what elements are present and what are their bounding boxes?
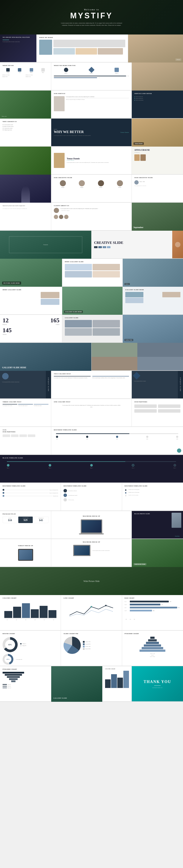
col-chart-l6: Q6 xyxy=(53,619,54,620)
cell-black-timeline: BLACK TIMELINE SLIDE Phase 1 Phase 2 xyxy=(0,455,183,483)
tomas-card-name: Tomas Dannis xyxy=(67,157,109,160)
black-timeline-title: BLACK TIMELINE SLIDE xyxy=(3,457,180,459)
row-4: WHY CHOSEN US 01. Lorem ipsum reason 02.… xyxy=(0,119,183,147)
cell-silhouette xyxy=(0,175,51,203)
two-col-title: TWO COLUMN TEXT xyxy=(54,373,129,375)
thank-you-text: THANK YOU xyxy=(144,680,171,684)
cell-numbers: 12 Projects 165 Clients 145 Awards xyxy=(0,315,62,342)
tl4-item-2: Timeline item two lorem ipsum xyxy=(129,492,180,493)
pyramid-l2: Level 2 xyxy=(125,655,180,656)
why-text-4: 04. Adipiscing reason xyxy=(3,129,48,130)
offer-1: Service item one xyxy=(136,96,143,97)
cell-september: September xyxy=(132,203,183,231)
bar-val-2: 55% xyxy=(161,604,163,605)
black-tl-3: Phase 3 xyxy=(90,467,93,468)
row-21: COLUMN CHART Q1 Q2 Q3 Q4 Q5 Q6 LINE CHAR… xyxy=(0,595,183,631)
black-tl-4: Phase 4 xyxy=(132,467,134,468)
stat-51: 51 xyxy=(94,246,98,248)
row-9: PICTURE SLIDE HERE HERE GALLERY SLIDE Ga… xyxy=(0,259,183,287)
pyramid-l3: Level 3 - Base xyxy=(125,656,180,657)
cell-slide-chart-pie: SLIDE CHART PIE Section A 35% Section B … xyxy=(61,631,122,666)
col-chart-title: COLUMN CHART xyxy=(3,597,58,599)
rounded-tl-title-3: ROUNDED TIMELINE SLIDE xyxy=(64,485,119,487)
icon-item-2: Code xyxy=(14,68,25,73)
gallery-beach-label: Gallery Slide xyxy=(125,339,133,341)
stat-1: ■ Option one lorem xyxy=(3,74,25,75)
cell-anna-crause: ANNA CRAUSE Art Director xyxy=(132,147,183,174)
cell-gallery-full-left: GALLERY SLIDE HERE xyxy=(0,343,92,371)
one-col-title: ONE COLUMN TEXT xyxy=(54,401,129,403)
why-text-1: 01. Lorem ipsum reason xyxy=(3,124,48,125)
three-col-1: Lorem ipsum dolor sit amet xyxy=(3,405,17,406)
cell-unique-slide-2: UNIQUE SLIDE Lorem ipsum dolor sit amet xyxy=(132,371,183,398)
col-chart-l3: Q3 xyxy=(25,619,26,620)
pyramid-title-1: PYRAMID CHART xyxy=(125,633,180,634)
why-better-name: Tomas Dannis xyxy=(118,131,129,133)
partners-title-1: OUR PARTNERS xyxy=(134,401,180,403)
gallery-slide-here-label: GALLERY SLIDE HERE xyxy=(65,311,82,313)
pyramid-l1: Level 1 - Top xyxy=(125,653,180,654)
tl2-item-2: Step two description here xyxy=(49,492,58,494)
row-7: Impressive picture and creative slogan h… xyxy=(0,203,183,231)
stacked-l1: 80% xyxy=(125,619,128,620)
round-legend-2: Category B xyxy=(22,645,26,646)
cell-what-we-do: WHAT WE DO Design Code Market Photo xyxy=(0,63,51,90)
col-1-text: Lorem ipsum dolor sit amet consectetur a… xyxy=(54,377,90,379)
row-3: Nature shot OUR SERVICE Lorem ipsum dolo… xyxy=(0,91,183,119)
gallery-teal-label: GALLERY SLIDE xyxy=(53,697,67,699)
pkg-price-2: $29 xyxy=(19,519,32,522)
cell-tomas-card: Tomas Dannis Creative Director Lorem ips… xyxy=(51,147,132,174)
pyramid-title-2: PYRAMID CHART xyxy=(3,669,48,670)
cell-forest-big: Featured xyxy=(0,231,92,259)
row-17: ROUNDED TIMELINE SLIDE Step one descript… xyxy=(0,483,183,511)
line-chart-svg xyxy=(64,601,119,620)
cell-lorem-text: Impressive picture and creative slogan h… xyxy=(0,203,51,230)
donut-val-2: 45% xyxy=(6,658,9,660)
black-tl-5: Phase 5 xyxy=(174,467,176,468)
macbook-2-text: Lorem ipsum dolor sit amet consectetur xyxy=(93,550,110,551)
cell-tomas-photo: Tomas Dannis xyxy=(132,119,183,147)
stat-3: ■ Option three xyxy=(3,76,25,77)
cell-bar-chart: BAR CHART Cat A 70% Cat B 55% xyxy=(122,595,183,630)
cell-service-offer: SERVICE AND OFFER Service item one Servi… xyxy=(132,91,183,118)
three-col-3: Vestibulum ante ipsum xyxy=(34,405,48,406)
icon-item-3: Market xyxy=(26,68,37,73)
black-tl-2: Phase 2 xyxy=(48,467,51,468)
pkg-price-1: $18 xyxy=(3,519,17,522)
lorem-sub: Lorem ipsum dolor sit amet consectetur a… xyxy=(3,208,48,209)
row-1: WE CREATE NEW DIGITAL SOLUTION Lorem ips… xyxy=(0,34,183,63)
what-we-do-title: WHAT WE DO xyxy=(3,65,48,66)
width-pic-label: WIDTH PICTURE xyxy=(135,564,145,565)
stacked-l2: 65% xyxy=(129,619,132,620)
row-2: WHAT WE DO Design Code Market Photo xyxy=(0,63,183,91)
cell-what-make-for-you: WHAT WE MAKE FOR YOU Feature 1 Feature 2… xyxy=(51,63,132,90)
tl4-item-1: Timeline item one lorem ipsum xyxy=(129,489,180,490)
pie-legend-3: Section C 20% xyxy=(85,646,90,647)
why-text-3: 03. Consectetur reason xyxy=(3,128,48,129)
cell-rounded-tl-4: ROUNDED TIMELINE SLIDE Timeline item one… xyxy=(122,483,183,510)
icon-item-4: Photo xyxy=(38,68,48,73)
pkg-price-3: $45 xyxy=(34,519,48,522)
row-15: OUR OUR PARTNERS ROUNDED TIMELINE SLIDE … xyxy=(0,427,183,455)
stat-52: 52 xyxy=(98,246,102,248)
col-2-text: Sed do eiusmod tempor incididunt ut labo… xyxy=(93,377,129,379)
timeline-label-3: 2017 xyxy=(116,438,118,440)
cell-rounded-tl-2: ROUNDED TIMELINE SLIDE Step one descript… xyxy=(0,483,61,510)
tl2-item-1: Step one description here xyxy=(49,489,58,491)
cell-picture-slide: PICTURE SLIDE HERE xyxy=(0,259,62,287)
pie-chart-title: SLIDE CHART PIE xyxy=(64,633,119,634)
one-col-text: Lorem ipsum dolor sit amet consectetur a… xyxy=(61,404,121,408)
cell-rounded-timeline-1: ROUNDED TIMELINE SLIDE 2015 2016 xyxy=(51,427,183,455)
three-col-title: THREE COLUMN TEXT xyxy=(3,401,48,403)
stat-58: 58 xyxy=(103,246,106,248)
gallery-title-1: HERE GALLERY SLIDE xyxy=(65,261,120,262)
tomas-role: Creative Director xyxy=(67,160,109,161)
what-we-make-title: WHAT WE MAKE xyxy=(39,37,125,38)
row-11: 12 Projects 165 Clients 145 Awards GALLE… xyxy=(0,315,183,343)
macbook-title-1: MACBOOK MOCK UP xyxy=(83,515,100,517)
tl3-step-3: Third upcoming xyxy=(68,499,74,500)
cell-round-chart: ROUND CHART 65% Category A Category B xyxy=(0,631,61,666)
bar-label-3: Cat C xyxy=(125,607,129,608)
bar-val-1: 70% xyxy=(170,601,171,602)
num3-label: Awards xyxy=(3,334,60,335)
